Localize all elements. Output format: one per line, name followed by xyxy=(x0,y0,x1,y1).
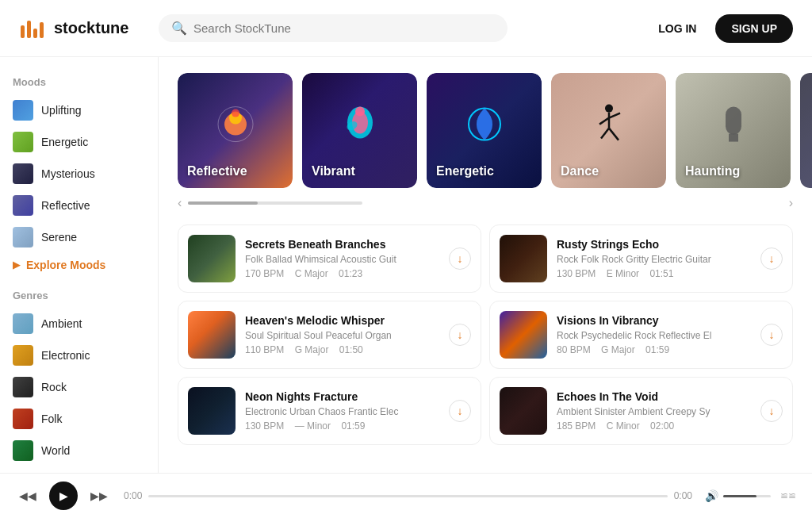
play-button[interactable]: ▶ xyxy=(49,482,78,510)
search-icon: 🔍 xyxy=(171,21,187,36)
explore-genres-button[interactable]: ▶ Explore Genres xyxy=(0,466,158,473)
svg-line-17 xyxy=(601,128,609,138)
scroll-fill xyxy=(188,201,258,205)
scroll-right-icon[interactable]: › xyxy=(789,196,793,210)
download-button-4[interactable]: ↓ xyxy=(449,400,471,422)
header: stocktune 🔍 LOG IN SIGN UP xyxy=(0,0,812,57)
track-card-5[interactable]: Echoes In The Void Ambient Sinister Ambi… xyxy=(489,377,793,445)
scroll-indicator: ‹ › xyxy=(159,188,812,218)
track-meta-5: 185 BPM C Minor 02:00 xyxy=(557,420,751,432)
volume-fill xyxy=(723,495,756,497)
eq-icon: ≌≌ xyxy=(780,490,796,501)
mood-card-energetic[interactable]: Energetic xyxy=(427,73,542,188)
sidebar-item-serene[interactable]: Serene xyxy=(0,221,158,253)
track-card-2[interactable]: Heaven's Melodic Whisper Soul Spiritual … xyxy=(178,301,481,369)
sidebar-item-ambient[interactable]: Ambient xyxy=(0,308,158,340)
skip-forward-button[interactable]: ▶▶ xyxy=(87,486,111,505)
track-title-5: Echoes In The Void xyxy=(557,390,751,403)
world-label: World xyxy=(41,444,70,457)
volume-track[interactable] xyxy=(723,495,771,497)
track-title-3: Visions In Vibrancy xyxy=(557,314,751,327)
track-meta-2: 110 BPM G Major 01:50 xyxy=(245,344,439,355)
mysterious-thumb xyxy=(13,163,33,184)
download-icon-5: ↓ xyxy=(769,405,775,417)
logo-text: stocktune xyxy=(54,19,128,37)
download-button-2[interactable]: ↓ xyxy=(449,324,471,346)
svg-line-16 xyxy=(609,113,620,117)
mood-card-reflective[interactable]: Reflective xyxy=(178,73,293,188)
sidebar-item-energetic[interactable]: Energetic xyxy=(0,126,158,158)
download-button-3[interactable]: ↓ xyxy=(760,324,783,346)
folk-thumb xyxy=(13,409,33,429)
main-layout: Moods Uplifting Energetic Mysterious Ref… xyxy=(0,57,812,473)
haunting-card-label: Haunting xyxy=(685,164,740,178)
svg-rect-20 xyxy=(729,133,738,141)
sidebar-item-folk[interactable]: Folk xyxy=(0,403,158,435)
download-button-5[interactable]: ↓ xyxy=(760,400,783,422)
svg-rect-3 xyxy=(40,22,44,38)
player-controls: ◀◀ ▶ ▶▶ xyxy=(16,482,111,510)
mood-card-haunting[interactable]: Haunting xyxy=(676,73,791,188)
search-bar: 🔍 xyxy=(159,14,508,42)
sidebar: Moods Uplifting Energetic Mysterious Ref… xyxy=(0,57,159,473)
track-card-1[interactable]: Rusty Strings Echo Rock Folk Rock Gritty… xyxy=(489,224,793,293)
track-meta-4: 130 BPM — Minor 01:59 xyxy=(245,420,439,432)
track-info-1: Rusty Strings Echo Rock Folk Rock Gritty… xyxy=(557,238,751,279)
main-content: Reflective Vibrant xyxy=(159,57,812,473)
volume-icon: 🔊 xyxy=(705,489,718,502)
sidebar-item-uplifting[interactable]: Uplifting xyxy=(0,94,158,126)
svg-line-18 xyxy=(609,128,619,140)
sidebar-item-reflective[interactable]: Reflective xyxy=(0,190,158,221)
haunting-card-icon xyxy=(710,100,757,151)
energetic-card-label: Energetic xyxy=(436,164,494,178)
reflective-card-icon xyxy=(212,100,259,151)
mood-card-vibrant[interactable]: Vibrant xyxy=(302,73,417,188)
scroll-track xyxy=(188,201,362,205)
electronic-thumb xyxy=(13,345,33,366)
sidebar-item-rock[interactable]: Rock xyxy=(0,371,158,403)
logo-icon xyxy=(19,14,48,43)
track-info-4: Neon Nights Fracture Electronic Urban Ch… xyxy=(245,390,439,432)
track-tags-4: Electronic Urban Chaos Frantic Elec xyxy=(245,406,439,417)
download-button-1[interactable]: ↓ xyxy=(760,247,783,270)
mysterious-label: Mysterious xyxy=(41,167,95,180)
sidebar-item-world[interactable]: World xyxy=(0,435,158,466)
download-button-0[interactable]: ↓ xyxy=(449,247,471,270)
svg-point-7 xyxy=(232,109,239,117)
search-input[interactable] xyxy=(193,21,495,35)
track-tags-3: Rock Psychedelic Rock Reflective El xyxy=(557,330,751,341)
track-card-3[interactable]: Visions In Vibrancy Rock Psychedelic Roc… xyxy=(489,301,793,369)
player-bar: ◀◀ ▶ ▶▶ 0:00 0:00 🔊 ≌≌ xyxy=(0,473,812,518)
track-tags-1: Rock Folk Rock Gritty Electric Guitar xyxy=(557,254,751,265)
uplifting-label: Uplifting xyxy=(41,104,82,117)
folk-label: Folk xyxy=(41,412,62,425)
dance-card-label: Dance xyxy=(561,164,599,178)
scroll-left-icon[interactable]: ‹ xyxy=(178,196,182,210)
explore-moods-arrow-icon: ▶ xyxy=(13,259,20,271)
ambient-label: Ambient xyxy=(41,317,82,330)
volume-area: 🔊 ≌≌ xyxy=(705,489,796,502)
rock-label: Rock xyxy=(41,381,67,393)
serene-label: Serene xyxy=(41,231,77,244)
track-thumb-2 xyxy=(188,311,236,359)
progress-track[interactable] xyxy=(148,495,667,497)
explore-moods-button[interactable]: ▶ Explore Moods xyxy=(0,253,158,277)
sidebar-item-mysterious[interactable]: Mysterious xyxy=(0,158,158,190)
svg-rect-19 xyxy=(726,106,741,134)
signup-button[interactable]: SIGN UP xyxy=(715,14,793,43)
track-card-4[interactable]: Neon Nights Fracture Electronic Urban Ch… xyxy=(178,377,481,445)
track-thumb-0 xyxy=(188,235,236,282)
track-card-0[interactable]: Secrets Beneath Branches Folk Ballad Whi… xyxy=(178,224,481,293)
download-icon-1: ↓ xyxy=(769,252,775,265)
skip-back-button[interactable]: ◀◀ xyxy=(16,486,40,505)
mood-card-extra[interactable] xyxy=(800,73,812,188)
sidebar-item-electronic[interactable]: Electronic xyxy=(0,340,158,371)
time-current: 0:00 xyxy=(124,490,142,501)
login-button[interactable]: LOG IN xyxy=(649,16,706,41)
svg-point-10 xyxy=(355,106,365,116)
ambient-thumb xyxy=(13,313,33,334)
header-actions: LOG IN SIGN UP xyxy=(649,14,793,43)
logo: stocktune xyxy=(19,14,146,43)
mood-card-dance[interactable]: Dance xyxy=(551,73,666,188)
track-info-5: Echoes In The Void Ambient Sinister Ambi… xyxy=(557,390,751,432)
